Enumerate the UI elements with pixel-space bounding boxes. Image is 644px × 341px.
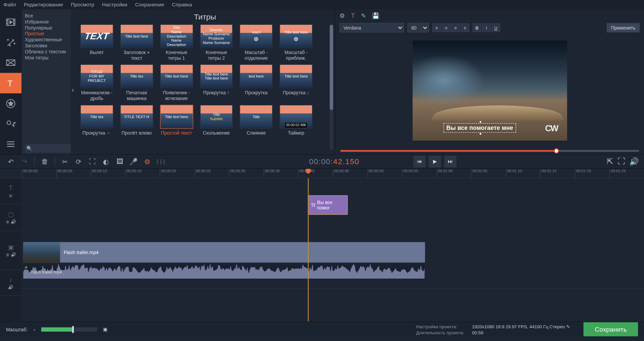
menu-bar: Файл Редактирование Просмотр Настройки С… <box>0 0 644 9</box>
title-preset-card[interactable]: TITLE/FOR MY PROJECTМинимализм - дробь <box>80 64 113 101</box>
ruler-tick: 00:01:20 <box>575 169 591 178</box>
title-overlay[interactable]: Вы все помогаете мне <box>443 123 516 133</box>
category-item[interactable]: Простые <box>25 31 69 37</box>
title-preset-card[interactable]: TitleName DescriptionName DescriptionКон… <box>160 24 193 61</box>
align-right-button[interactable]: ≡ <box>451 23 460 32</box>
title-clip[interactable]: T𝗍Вы все помог <box>308 195 348 215</box>
ruler-tick: 00:00:50 <box>367 169 384 178</box>
category-item[interactable]: Мои титры <box>25 55 69 61</box>
ruler-tick: 00:00:30 <box>229 169 246 178</box>
more-mode-button[interactable] <box>0 134 21 154</box>
delete-button[interactable]: 🗑 <box>39 156 50 167</box>
collapse-categories-button[interactable]: ‹ <box>72 86 74 94</box>
redo-button[interactable]: ↷ <box>19 156 30 167</box>
status-bar: Масштаб: ▫ ▣ Настройки проекта: 1920x108… <box>0 322 644 337</box>
menu-settings[interactable]: Настройки <box>102 2 127 8</box>
title-preset-card[interactable]: Title text hereTitle text hereПрокрутка … <box>200 64 233 101</box>
gallery-scrollbar[interactable] <box>330 25 333 150</box>
category-item[interactable]: Художественные <box>25 37 69 43</box>
align-center-button[interactable]: ≡ <box>442 23 450 32</box>
clip-properties-icon[interactable]: ⚙ <box>339 12 345 19</box>
time-ruler[interactable]: 00:00:0000:00:0500:00:1000:00:1500:00:20… <box>0 169 644 178</box>
svg-point-3 <box>9 45 10 46</box>
popout-button[interactable]: ⇱ <box>607 157 613 166</box>
picture-button[interactable]: 🖼 <box>114 156 125 167</box>
underline-button[interactable]: U <box>492 23 500 32</box>
title-preset-card[interactable]: TITLE TEXT HПролёт влево <box>120 105 153 136</box>
ruler-tick: 00:00:25 <box>195 169 211 178</box>
filters-mode-button[interactable] <box>0 32 21 53</box>
fontsize-select[interactable]: 60 <box>408 23 429 33</box>
equalizer-button[interactable]: ⫿⫿⫿ <box>155 156 166 167</box>
save-button[interactable]: Сохранить <box>584 322 638 336</box>
font-select[interactable]: Verdana <box>339 23 404 33</box>
bold-button[interactable]: B <box>473 23 481 32</box>
category-item[interactable]: Облачка с текстом <box>25 49 69 55</box>
menu-edit[interactable]: Редактирование <box>24 2 63 8</box>
text-tool-icon[interactable]: T <box>351 12 355 19</box>
category-item[interactable]: Все <box>25 13 69 19</box>
clip-settings-button[interactable]: ⚙ <box>142 156 153 167</box>
play-button[interactable]: ▶ <box>429 156 441 168</box>
preview-viewport[interactable]: Вы все помогаете мне CW <box>412 40 567 140</box>
timecode-display: 00:00:42.150 <box>309 157 360 166</box>
overlay-track-header[interactable]: ▢◉ 🔊 <box>0 205 21 231</box>
record-audio-button[interactable]: 🎤 <box>128 156 139 167</box>
track-area[interactable]: T𝗍Вы все помог Flash trailer.mp4 ★ Flash… <box>21 178 644 322</box>
title-preset-card[interactable]: text hereПрокрутка <box>240 64 273 101</box>
category-item[interactable]: Заголовки <box>25 43 69 49</box>
title-preset-card[interactable]: 00:00:02:986Таймер <box>279 105 312 136</box>
align-left-button[interactable]: ≡ <box>432 23 441 32</box>
color-tool-icon[interactable]: ✎ <box>361 12 366 19</box>
titles-mode-button[interactable]: T <box>0 73 21 93</box>
menu-view[interactable]: Просмотр <box>71 2 94 8</box>
title-preset-card[interactable]: TitleSubtitleСкольжение <box>200 105 233 136</box>
category-item[interactable]: Избранное <box>25 19 69 25</box>
stickers-mode-button[interactable] <box>0 93 21 114</box>
split-button[interactable]: ✂ <box>59 156 70 167</box>
title-preset-card[interactable]: Title texПрокрутка ← <box>80 105 113 136</box>
menu-save[interactable]: Сохранение <box>135 2 164 8</box>
menu-help[interactable]: Справка <box>172 2 192 8</box>
apply-button[interactable]: Применить <box>607 23 640 33</box>
prev-frame-button[interactable]: ⏮ <box>414 156 426 168</box>
title-preset-card[interactable]: Title texПечатная машинка <box>120 64 153 101</box>
title-preset-card[interactable]: Title text hereПоявление - исчезание <box>160 64 193 101</box>
seek-bar[interactable] <box>335 147 644 154</box>
undo-button[interactable]: ↶ <box>5 156 16 167</box>
playhead[interactable] <box>308 178 309 322</box>
title-preset-card[interactable]: текст⊕Масштаб - отдаление <box>240 24 273 61</box>
transitions-mode-button[interactable] <box>0 53 21 73</box>
audio-clip[interactable]: ★ Flash trailer.mp4 <box>23 264 425 280</box>
align-justify-button[interactable]: ≡ <box>461 23 469 32</box>
save-preset-icon[interactable]: 💾 <box>372 12 379 19</box>
title-preset-card[interactable]: Title text hereЗаголовок + текст <box>120 24 153 61</box>
title-preset-card[interactable]: TEXTВылет <box>80 24 113 61</box>
title-track-header[interactable]: T◉ <box>0 178 21 205</box>
rotate-button[interactable]: ⟳ <box>73 156 84 167</box>
crop-button[interactable]: ⛶ <box>87 156 98 167</box>
fullscreen-button[interactable]: ⛶ <box>618 157 625 166</box>
svg-point-2 <box>14 43 15 44</box>
title-preset-card[interactable]: Title text hereПростой текст <box>160 105 193 136</box>
zoom-slider[interactable] <box>41 327 97 332</box>
volume-button[interactable]: 🔊 <box>629 157 639 166</box>
audio-track-header[interactable]: ♪🔊 <box>0 270 21 296</box>
italic-button[interactable]: I <box>482 23 491 32</box>
callouts-mode-button[interactable] <box>0 114 21 134</box>
title-preset-card[interactable]: Title text here⊕Масштаб - приближ. <box>279 24 312 61</box>
color-adjust-button[interactable]: ◐ <box>101 156 112 167</box>
menu-file[interactable]: Файл <box>3 2 16 8</box>
edit-project-settings-icon[interactable]: ✎ <box>566 324 570 329</box>
ruler-tick: 00:00:35 <box>264 169 280 178</box>
category-item[interactable]: Популярные <box>25 25 69 31</box>
title-preset-card[interactable]: TitleСлияние <box>240 105 273 136</box>
zoom-out-icon[interactable]: ▫ <box>34 327 35 332</box>
zoom-fit-icon[interactable]: ▣ <box>103 327 107 332</box>
title-preset-card[interactable]: Title text hereПрокрутка ↓ <box>279 64 312 101</box>
media-mode-button[interactable] <box>0 12 21 33</box>
video-clip[interactable]: Flash trailer.mp4 <box>23 242 425 262</box>
video-track-header[interactable]: ▣◉ 🔊 <box>0 231 21 270</box>
title-preset-card[interactable]: DirectorName SurnameProducerName Surname… <box>200 24 233 61</box>
next-frame-button[interactable]: ⏭ <box>444 156 457 168</box>
